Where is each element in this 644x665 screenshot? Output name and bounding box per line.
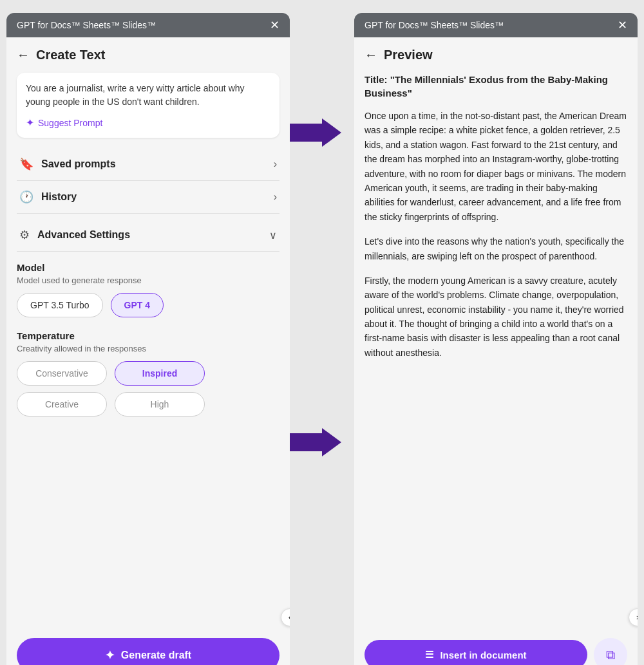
right-page-title: Preview	[384, 48, 433, 62]
model-gpt4-button[interactable]: GPT 4	[111, 293, 164, 317]
arrow-top-head	[322, 118, 341, 147]
prompt-box: You are a journalist, write a very witty…	[17, 73, 279, 138]
right-back-header: ← Preview	[365, 48, 627, 62]
preview-para-3: Firstly, the modern young American is a …	[365, 274, 627, 360]
left-app-title: GPT for Docs™ Sheets™ Slides™	[17, 20, 156, 30]
history-left: 🕐 History	[19, 190, 77, 204]
temp-creative-button[interactable]: Creative	[17, 392, 107, 417]
arrow-top	[290, 118, 341, 147]
insert-document-button[interactable]: ☰ Insert in document	[365, 640, 587, 665]
arrows-column	[290, 13, 341, 665]
preview-para-2: Let's dive into the reasons why the nati…	[365, 234, 627, 263]
advanced-settings-header[interactable]: ⚙ Advanced Settings ∨	[17, 219, 279, 252]
temperature-button-group-2: Creative High	[17, 392, 279, 417]
advanced-settings-section: ⚙ Advanced Settings ∨ Model Model used t…	[17, 219, 279, 440]
right-header: GPT for Docs™ Sheets™ Slides™ ✕	[354, 13, 638, 37]
model-gpt35-button[interactable]: GPT 3.5 Turbo	[17, 293, 103, 317]
prompt-text: You are a journalist, write a very witty…	[26, 82, 270, 109]
right-bottom-bar: ☰ Insert in document ⧉	[354, 632, 638, 665]
history-item[interactable]: 🕐 History ›	[17, 181, 279, 214]
right-app-title: GPT for Docs™ Sheets™ Slides™	[365, 20, 504, 30]
saved-prompts-left: 🔖 Saved prompts	[19, 157, 116, 171]
left-back-header: ← Create Text	[17, 48, 279, 62]
suggest-prompt-button[interactable]: ✦ Suggest Prompt	[26, 117, 102, 129]
advanced-settings-chevron-icon: ∨	[269, 229, 277, 241]
model-description: Model used to generate response	[17, 276, 279, 285]
temperature-description: Creativity allowed in the responses	[17, 344, 279, 353]
generate-draft-label: Generate draft	[121, 650, 191, 661]
sparkle-generate-icon: ✦	[105, 648, 115, 662]
left-page-title: Create Text	[36, 48, 105, 62]
arrow-top-shaft	[290, 124, 322, 142]
left-panel: GPT for Docs™ Sheets™ Slides™ ✕ ← Create…	[6, 13, 290, 665]
generate-draft-button[interactable]: ✦ Generate draft	[17, 638, 279, 665]
history-label: History	[41, 191, 77, 203]
insert-icon: ☰	[425, 649, 433, 660]
right-panel: GPT for Docs™ Sheets™ Slides™ ✕ ← Previe…	[354, 13, 638, 665]
history-chevron-icon: ›	[274, 191, 277, 203]
insert-document-label: Insert in document	[440, 650, 526, 660]
model-group: Model Model used to generate response GP…	[17, 262, 279, 317]
sparkle-icon: ✦	[26, 117, 34, 129]
preview-article-title: Title: "The Millennials' Exodus from the…	[365, 73, 627, 100]
temperature-group: Temperature Creativity allowed in the re…	[17, 330, 279, 417]
sliders-icon: ⚙	[19, 228, 30, 242]
history-icon: 🕐	[19, 190, 33, 204]
advanced-settings-label: Advanced Settings	[37, 229, 130, 241]
saved-prompts-item[interactable]: 🔖 Saved prompts ›	[17, 148, 279, 181]
right-back-arrow-icon[interactable]: ←	[365, 48, 377, 62]
model-button-group: GPT 3.5 Turbo GPT 4	[17, 293, 279, 317]
preview-para-1: Once upon a time, in the not-so-distant …	[365, 109, 627, 224]
advanced-settings-left: ⚙ Advanced Settings	[19, 228, 130, 242]
arrow-bottom-head	[322, 428, 341, 456]
left-content: ← Create Text You are a journalist, writ…	[6, 37, 290, 633]
right-close-button[interactable]: ✕	[618, 19, 627, 31]
suggest-prompt-label: Suggest Prompt	[38, 118, 102, 128]
left-close-button[interactable]: ✕	[270, 19, 279, 31]
temperature-button-group: Conservative Inspired	[17, 361, 279, 386]
left-header: GPT for Docs™ Sheets™ Slides™ ✕	[6, 13, 290, 37]
copy-icon: ⧉	[606, 648, 615, 662]
right-content: ← Preview Title: "The Millennials' Exodu…	[354, 37, 638, 632]
saved-prompts-chevron-icon: ›	[274, 158, 277, 170]
arrow-bottom	[290, 428, 341, 456]
arrow-bottom-shaft	[290, 433, 322, 451]
temperature-title: Temperature	[17, 330, 279, 341]
temp-conservative-button[interactable]: Conservative	[17, 361, 107, 386]
copy-button[interactable]: ⧉	[594, 638, 627, 665]
left-back-arrow-icon[interactable]: ←	[17, 48, 30, 62]
saved-prompts-label: Saved prompts	[41, 158, 116, 170]
model-title: Model	[17, 262, 279, 273]
bookmark-icon: 🔖	[19, 157, 33, 171]
temp-inspired-button[interactable]: Inspired	[115, 361, 205, 386]
temp-high-button[interactable]: High	[115, 392, 205, 417]
settings-content: Model Model used to generate response GP…	[17, 252, 279, 440]
